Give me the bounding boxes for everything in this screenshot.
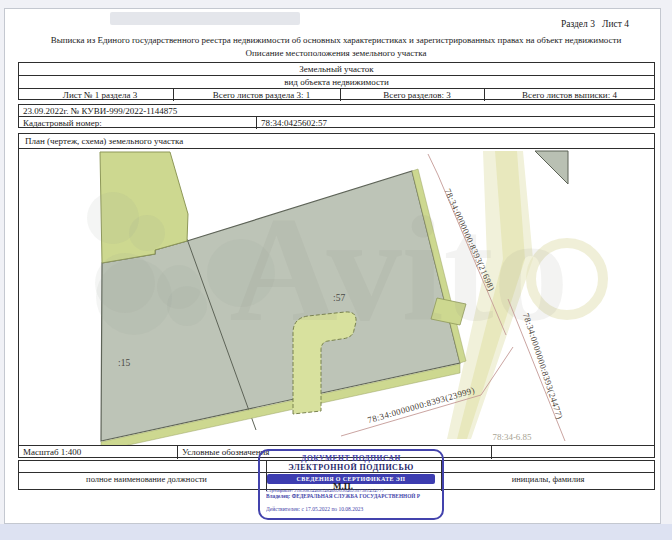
legend-empty-cell bbox=[491, 446, 654, 459]
plan-section: План (чертеж, схема) земельного участка bbox=[18, 133, 655, 458]
plan-title: План (чертеж, схема) земельного участка bbox=[21, 135, 187, 146]
sheets-total-cell: Всего листов раздела 3: 1 bbox=[173, 89, 349, 101]
stamp-owner: Владелец: ФЕДЕРАЛЬНАЯ СЛУЖБА ГОСУДАРСТВЕ… bbox=[266, 493, 438, 499]
redacted-smudge bbox=[110, 12, 300, 25]
extract-sheets-cell: Всего листов выписки: 4 bbox=[484, 89, 654, 101]
position-caption: полное наименование должности bbox=[19, 473, 274, 491]
object-type-value: Земельный участок bbox=[19, 63, 654, 75]
object-type-caption: вид объекта недвижимости bbox=[19, 76, 654, 88]
cadastral-table: 23.09.2022г. № КУВИ-999/2022-1144875 Кад… bbox=[18, 104, 655, 128]
date-number-value: 23.09.2022г. № КУВИ-999/2022-1144875 bbox=[19, 105, 654, 116]
document-subtitle: Описание местоположения земельного участ… bbox=[0, 48, 672, 58]
parcel-15-label: :15 bbox=[118, 358, 130, 368]
stamp-line-esign: ЭЛЕКТРОННОЙ ПОДПИСЬЮ bbox=[260, 463, 442, 472]
scale-label: Масштаб 1:400 bbox=[19, 446, 185, 459]
stamp-line-signed: ДОКУМЕНТ ПОДПИСАН bbox=[260, 454, 442, 463]
cadastral-number-label: Кадастровый номер: bbox=[19, 117, 264, 129]
parcel-57-label: :57 bbox=[333, 293, 345, 303]
object-type-table: Земельный участок вид объекта недвижимос… bbox=[18, 62, 655, 100]
sections-total-cell: Всего разделов: 3 bbox=[340, 89, 493, 101]
watermark-text: Avito bbox=[230, 186, 569, 352]
sheet-number-cell: Лист № 1 раздела 3 bbox=[19, 89, 181, 101]
plan-map-area: Avito 78:34:0000000:8393(21698) 78:34:00… bbox=[19, 148, 654, 446]
signature-empty-name bbox=[441, 461, 654, 472]
signature-empty-position bbox=[19, 461, 266, 472]
page-background-band bbox=[0, 524, 672, 540]
cadastral-number-value: 78:34:0425602:57 bbox=[256, 117, 654, 129]
stamp-validity: Действителен: с 17.05.2022 по 10.08.2023 bbox=[266, 506, 438, 512]
seal-place-mark: М.П. bbox=[333, 481, 353, 491]
parcel-triangle-topright-shape bbox=[535, 151, 568, 184]
name-caption: инициалы, фамилия bbox=[441, 473, 654, 491]
document-title: Выписка из Единого государственного реес… bbox=[0, 35, 672, 45]
screenshot-canvas: Раздел 3 Лист 4 Выписка из Единого госуд… bbox=[0, 0, 672, 540]
zone-note-label: 78:34-6.85 bbox=[492, 432, 532, 442]
section-sheet-ref: Раздел 3 Лист 4 bbox=[540, 19, 650, 29]
plan-map-svg: Avito 78:34:0000000:8393(21698) 78:34:00… bbox=[19, 149, 654, 445]
